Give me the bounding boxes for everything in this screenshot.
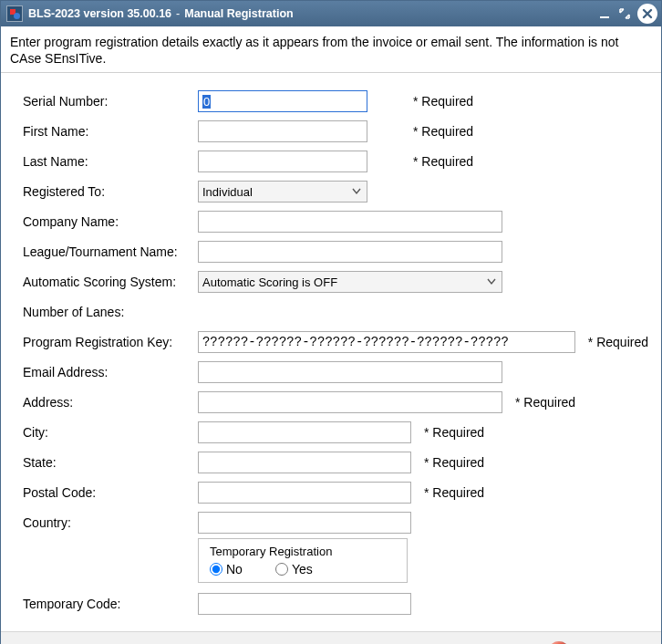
required-indicator: * Required (588, 335, 648, 349)
window-subtitle: Manual Registration (184, 7, 293, 20)
content-area: Enter program registration details exact… (1, 26, 661, 644)
temporary-code-field[interactable] (198, 593, 411, 615)
state-field[interactable] (198, 452, 411, 473)
clear-button[interactable]: Clear (16, 639, 88, 644)
continue-button[interactable]: Continue (532, 639, 646, 644)
temp-reg-no-label: No (226, 562, 243, 576)
required-indicator: * Required (424, 485, 484, 500)
last-name-field[interactable] (198, 151, 367, 172)
required-indicator: * Required (515, 395, 575, 410)
svg-rect-0 (600, 16, 609, 18)
temp-reg-yes-option[interactable]: Yes (275, 562, 313, 576)
label-email: Email Address: (23, 365, 198, 379)
close-button[interactable] (637, 4, 657, 24)
scoring-system-value: Automatic Scoring is OFF (202, 275, 485, 289)
registered-to-value: Individual (202, 185, 350, 199)
label-scoring-system: Automatic Scoring System: (23, 275, 198, 289)
city-field[interactable] (198, 421, 411, 443)
company-name-field[interactable] (198, 211, 502, 233)
postal-code-field[interactable] (198, 482, 411, 504)
temp-reg-no-option[interactable]: No (210, 562, 243, 576)
temporary-registration-group: Temporary Registration No Yes (198, 538, 408, 583)
registered-to-dropdown[interactable]: Individual (198, 181, 367, 203)
required-indicator: * Required (424, 455, 484, 470)
chevron-down-icon (485, 275, 498, 289)
required-indicator: * Required (413, 94, 473, 109)
titlebar: BLS-2023 version 35.00.16 - Manual Regis… (1, 1, 661, 26)
minimize-icon (598, 7, 611, 20)
label-reg-key: Program Registration Key: (23, 335, 198, 349)
label-serial-number: Serial Number: (23, 94, 198, 109)
reg-key-field[interactable] (198, 331, 575, 353)
temp-reg-no-radio[interactable] (210, 563, 222, 576)
label-address: Address: (23, 395, 198, 410)
label-city: City: (23, 425, 198, 440)
label-league-name: League/Tournament Name: (23, 244, 198, 259)
label-last-name: Last Name: (23, 154, 198, 169)
label-registered-to: Registered To: (23, 184, 198, 199)
label-country: Country: (23, 515, 198, 530)
label-postal: Postal Code: (23, 485, 198, 500)
maximize-button[interactable] (615, 5, 634, 23)
label-first-name: First Name: (23, 124, 198, 139)
app-icon (6, 5, 23, 22)
required-indicator: * Required (413, 124, 473, 139)
label-company-name: Company Name: (23, 214, 198, 229)
serial-number-value: 0 (202, 95, 211, 109)
instructions-text: Enter program registration details exact… (1, 26, 661, 73)
chevron-down-icon (350, 185, 363, 199)
country-field[interactable] (198, 512, 411, 534)
temp-reg-yes-label: Yes (292, 562, 313, 576)
maximize-icon (618, 7, 631, 20)
label-temp-code: Temporary Code: (23, 597, 198, 611)
minimize-button[interactable] (595, 5, 614, 23)
window-title: BLS-2023 version 35.00.16 (28, 7, 171, 20)
required-indicator: * Required (424, 425, 484, 440)
registration-window: BLS-2023 version 35.00.16 - Manual Regis… (0, 0, 662, 644)
league-name-field[interactable] (198, 241, 502, 263)
button-bar: Clear Cancel Continue (1, 631, 661, 644)
temp-reg-yes-radio[interactable] (275, 563, 288, 576)
email-field[interactable] (198, 361, 502, 383)
title-separator: - (176, 7, 180, 20)
cancel-button[interactable]: Cancel (450, 639, 522, 644)
form-area: Serial Number: 0 * Required First Name: … (1, 73, 661, 631)
required-indicator: * Required (413, 154, 473, 169)
temp-reg-title: Temporary Registration (210, 545, 396, 558)
serial-number-field[interactable]: 0 (198, 90, 367, 112)
scoring-system-dropdown[interactable]: Automatic Scoring is OFF (198, 271, 502, 293)
label-num-lanes: Number of Lanes: (23, 305, 198, 319)
close-icon (641, 7, 654, 20)
first-name-field[interactable] (198, 120, 367, 142)
label-state: State: (23, 455, 198, 470)
address-field[interactable] (198, 391, 502, 413)
